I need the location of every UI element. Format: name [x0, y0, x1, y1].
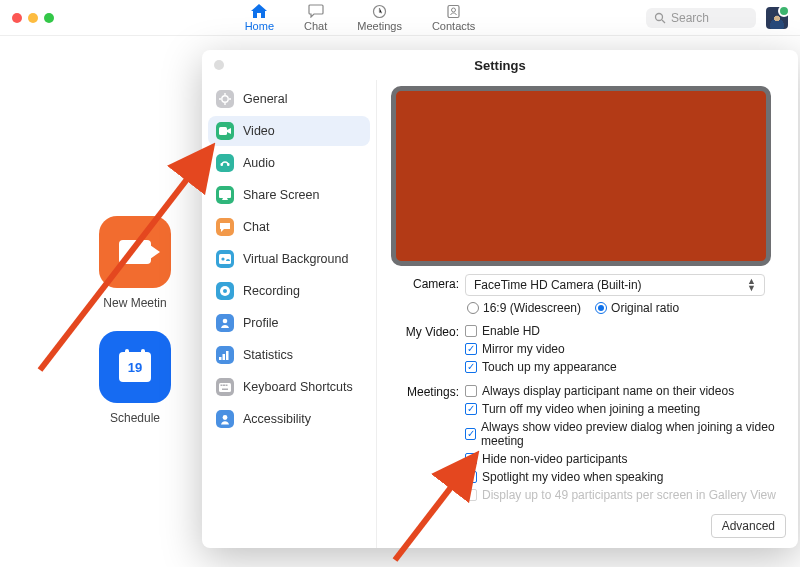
radio-icon — [467, 302, 479, 314]
headphones-icon — [216, 154, 234, 172]
svg-rect-26 — [222, 388, 228, 390]
meetings-checkbox[interactable]: Turn off my video when joining a meeting — [465, 400, 788, 418]
checkbox-label: Enable HD — [482, 324, 540, 338]
clock-icon — [371, 3, 389, 19]
svg-line-4 — [662, 20, 665, 23]
tab-chat[interactable]: Chat — [304, 3, 327, 32]
close-window-button[interactable] — [12, 13, 22, 23]
maximize-window-button[interactable] — [44, 13, 54, 23]
tab-home[interactable]: Home — [245, 3, 274, 32]
sidebar-item-label: Recording — [243, 284, 300, 298]
close-settings-button[interactable] — [214, 60, 224, 70]
meetings-options: Always display participant name on their… — [465, 382, 788, 504]
sidebar-item-label: Profile — [243, 316, 278, 330]
sidebar-item-audio[interactable]: Audio — [208, 148, 370, 178]
sidebar-item-chat[interactable]: Chat — [208, 212, 370, 242]
sidebar-item-label: Accessibility — [243, 412, 311, 426]
sidebar-item-accessibility[interactable]: Accessibility — [208, 404, 370, 434]
sidebar-item-video[interactable]: Video — [208, 116, 370, 146]
checkbox-icon — [465, 428, 476, 440]
gear-icon — [216, 90, 234, 108]
sidebar-item-general[interactable]: General — [208, 84, 370, 114]
search-icon — [654, 12, 666, 24]
settings-sidebar: GeneralVideoAudioShare ScreenChatVirtual… — [202, 80, 377, 548]
checkbox-icon — [465, 343, 477, 355]
svg-rect-11 — [221, 163, 224, 166]
sidebar-item-virtual-background[interactable]: Virtual Background — [208, 244, 370, 274]
checkbox-icon — [465, 325, 477, 337]
sidebar-item-statistics[interactable]: Statistics — [208, 340, 370, 370]
svg-point-5 — [222, 96, 228, 102]
settings-title: Settings — [474, 58, 525, 73]
svg-rect-20 — [223, 354, 226, 360]
checkbox-label: Hide non-video participants — [482, 452, 627, 466]
meetings-checkbox[interactable]: Hide non-video participants — [465, 450, 788, 468]
meetings-checkbox: Display up to 49 participants per screen… — [465, 486, 788, 504]
myvideo-options: Enable HDMirror my videoTouch up my appe… — [465, 322, 788, 376]
avatar[interactable] — [766, 7, 788, 29]
sidebar-item-profile[interactable]: Profile — [208, 308, 370, 338]
accessibility-icon — [216, 410, 234, 428]
calendar-icon: 19 — [119, 352, 151, 382]
picture-icon — [216, 250, 234, 268]
svg-rect-21 — [226, 351, 229, 360]
myvideo-label: My Video: — [391, 322, 465, 339]
svg-point-18 — [223, 319, 228, 324]
search-input[interactable]: Search — [646, 8, 756, 28]
record-icon — [216, 282, 234, 300]
sidebar-item-share-screen[interactable]: Share Screen — [208, 180, 370, 210]
checkbox-label: Display up to 49 participants per screen… — [482, 488, 776, 502]
video-preview — [391, 86, 771, 266]
tab-meetings[interactable]: Meetings — [357, 3, 402, 32]
sidebar-item-label: Share Screen — [243, 188, 319, 202]
sidebar-item-recording[interactable]: Recording — [208, 276, 370, 306]
camera-select[interactable]: FaceTime HD Camera (Built-in) ▲▼ — [465, 274, 765, 296]
tile-schedule[interactable]: 19 Schedule — [90, 331, 180, 425]
radio-icon — [595, 302, 607, 314]
tab-label: Contacts — [432, 20, 475, 32]
sidebar-item-label: Keyboard Shortcuts — [243, 380, 353, 394]
minimize-window-button[interactable] — [28, 13, 38, 23]
meetings-checkbox[interactable]: Always show video preview dialog when jo… — [465, 418, 788, 450]
stats-icon — [216, 346, 234, 364]
profile-icon — [216, 314, 234, 332]
chat-icon — [307, 3, 325, 19]
svg-rect-25 — [226, 384, 228, 386]
checkbox-label: Spotlight my video when speaking — [482, 470, 663, 484]
svg-point-2 — [452, 8, 456, 12]
tab-label: Chat — [304, 20, 327, 32]
checkbox-label: Mirror my video — [482, 342, 565, 356]
tile-new-meeting[interactable]: New Meetin — [90, 216, 180, 310]
contacts-icon — [445, 3, 463, 19]
svg-point-3 — [656, 13, 663, 20]
checkbox-label: Turn off my video when joining a meeting — [482, 402, 700, 416]
tile-label: New Meetin — [90, 296, 180, 310]
checkbox-icon — [465, 489, 477, 501]
camera-label: Camera: — [391, 274, 465, 291]
radio-widescreen[interactable]: 16:9 (Widescreen) — [467, 301, 581, 315]
sidebar-item-label: General — [243, 92, 287, 106]
camera-value: FaceTime HD Camera (Built-in) — [474, 278, 642, 292]
radio-original-ratio[interactable]: Original ratio — [595, 301, 679, 315]
meetings-checkbox[interactable]: Spotlight my video when speaking — [465, 468, 788, 486]
window-controls — [0, 13, 100, 23]
meetings-label: Meetings: — [391, 382, 465, 399]
checkbox-icon — [465, 453, 477, 465]
meetings-checkbox[interactable]: Always display participant name on their… — [465, 382, 788, 400]
settings-content: Camera: FaceTime HD Camera (Built-in) ▲▼… — [377, 80, 798, 548]
search-placeholder: Search — [671, 11, 709, 25]
advanced-button[interactable]: Advanced — [711, 514, 786, 538]
checkbox-icon — [465, 385, 477, 397]
sidebar-item-label: Video — [243, 124, 275, 138]
svg-rect-13 — [219, 190, 231, 198]
screen-icon — [216, 186, 234, 204]
tab-contacts[interactable]: Contacts — [432, 3, 475, 32]
sidebar-item-label: Chat — [243, 220, 269, 234]
sidebar-item-keyboard-shortcuts[interactable]: Keyboard Shortcuts — [208, 372, 370, 402]
svg-rect-24 — [223, 384, 225, 386]
chat-icon — [216, 218, 234, 236]
myvideo-checkbox[interactable]: Touch up my appearance — [465, 358, 788, 376]
myvideo-checkbox[interactable]: Enable HD — [465, 322, 788, 340]
select-arrows-icon: ▲▼ — [747, 278, 756, 292]
myvideo-checkbox[interactable]: Mirror my video — [465, 340, 788, 358]
